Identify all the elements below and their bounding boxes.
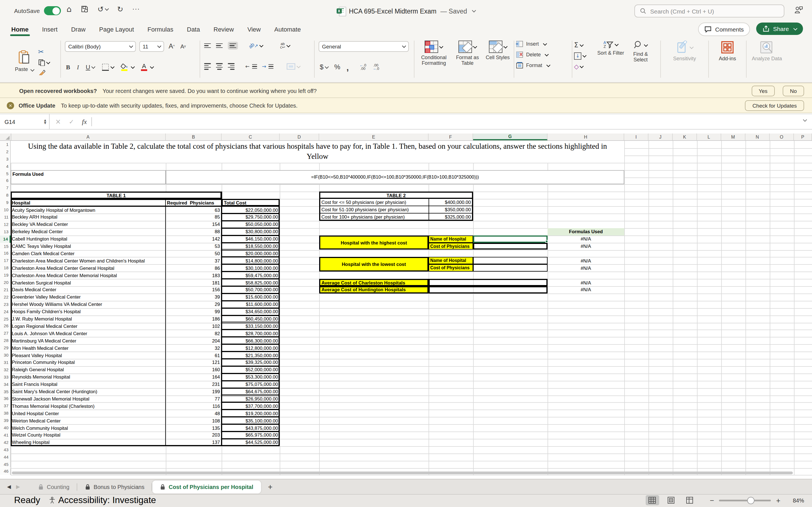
decrease-decimal-button[interactable]: ←.0.00	[359, 63, 366, 71]
dismiss-icon[interactable]: ×	[7, 102, 14, 109]
table1-hospital-cell[interactable]: J.W. Ruby Memorial Hospital	[11, 315, 166, 323]
search-input[interactable]: Search (Cmd + Ctrl + U)	[635, 4, 784, 17]
average-result-1[interactable]: #N/A	[548, 286, 624, 293]
table1-cost-cell[interactable]: $39,325,000.00	[221, 359, 280, 366]
select-all-corner[interactable]	[0, 133, 11, 140]
table1-cost-cell[interactable]: $19,200,000.00	[221, 410, 280, 417]
normal-view-button[interactable]	[646, 495, 659, 505]
column-header-O[interactable]: O	[770, 133, 794, 140]
table1-hospital-cell[interactable]: Greenbrier Valley Medical Center	[11, 293, 166, 301]
table1-cost-cell[interactable]: $43,875,000.00	[221, 424, 280, 432]
table2-label-cell[interactable]: Cost for 51-100 physicians (per physicia…	[319, 206, 428, 214]
formula-bar[interactable]	[0, 114, 812, 129]
table1-hospital-cell[interactable]: Princeton Community Hospital	[11, 359, 166, 366]
formula-used-label-cell[interactable]: Formula Used	[11, 170, 166, 184]
formula-used-cell[interactable]: =IF(B10<=50,B10*400000,IF(B10<=100,B10*3…	[166, 170, 624, 184]
table1-physicians-cell[interactable]: 231	[166, 381, 221, 388]
table1-cost-cell[interactable]: $60,450,000.00	[221, 315, 280, 323]
fill-color-button[interactable]	[121, 63, 128, 71]
table1-hospital-cell[interactable]: Raleigh General Hospital	[11, 366, 166, 374]
table1-hospital-cell[interactable]: Wetzel County Hospital	[11, 432, 166, 439]
table1-cost-cell[interactable]: $33,150,000.00	[221, 323, 280, 330]
column-header-G[interactable]: G	[473, 133, 548, 140]
zoom-slider[interactable]	[719, 499, 771, 501]
row-header-17[interactable]: 17	[0, 257, 11, 265]
row-header-38[interactable]: 38	[0, 410, 11, 417]
table1-physicians-cell[interactable]: 29	[166, 301, 221, 308]
column-header-J[interactable]: J	[649, 133, 673, 140]
table1-cost-cell[interactable]: $52,000,000.00	[221, 366, 280, 374]
autosum-button[interactable]: Σ	[574, 41, 596, 49]
horizontal-scrollbar[interactable]	[12, 471, 793, 474]
add-ins-button[interactable]: Add-ins	[711, 36, 744, 82]
increase-indent-icon[interactable]: →	[262, 64, 273, 69]
table1-cost-cell[interactable]: $30,100,000.00	[221, 265, 280, 272]
align-right-icon[interactable]	[228, 63, 235, 69]
table1-hospital-cell[interactable]: Acuity Specialty Hospital of Morgantown	[11, 206, 166, 214]
increase-font-icon[interactable]: A^	[168, 41, 175, 51]
row-header-1[interactable]: 1	[0, 141, 11, 148]
row-header-21[interactable]: 21	[0, 286, 11, 293]
column-header-E[interactable]: E	[319, 133, 428, 140]
average-result-0[interactable]: #N/A	[548, 279, 624, 286]
ribbon-tab-insert[interactable]: Insert	[35, 22, 64, 36]
decrease-font-icon[interactable]: Av	[181, 41, 186, 51]
lowest-cost-result[interactable]: #N/A	[548, 265, 624, 272]
table1-cost-cell[interactable]: $46,150,000.00	[221, 235, 280, 242]
column-header-D[interactable]: D	[280, 133, 319, 140]
table1-hospital-cell[interactable]: Beckley ARH Hospital	[11, 214, 166, 221]
ribbon-tab-view[interactable]: View	[241, 22, 267, 36]
table1-cost-cell[interactable]: $29,750,000.00	[221, 214, 280, 221]
highest-name-result[interactable]: #N/A	[548, 235, 624, 242]
format-as-table-button[interactable]: Format as Table	[453, 36, 482, 66]
table1-cost-cell[interactable]: $20,000,000.00	[221, 250, 280, 257]
row-header-35[interactable]: 35	[0, 388, 11, 395]
align-bottom-icon-active[interactable]	[228, 42, 238, 50]
comments-button[interactable]: Comments	[698, 22, 750, 36]
row-header-36[interactable]: 36	[0, 395, 11, 402]
column-header-B[interactable]: B	[166, 133, 221, 140]
italic-button[interactable]: I	[77, 62, 79, 72]
table1-physicians-cell[interactable]: 156	[166, 286, 221, 293]
cell-styles-button[interactable]: Cell Styles	[485, 36, 511, 61]
align-left-icon[interactable]	[204, 63, 211, 69]
table1-cost-cell[interactable]: $28,700,000.00	[221, 330, 280, 337]
row-header-3[interactable]: 3	[0, 156, 11, 163]
column-header-H[interactable]: H	[548, 133, 624, 140]
table1-hospital-cell[interactable]: Reynolds Memorial Hospital	[11, 374, 166, 381]
ribbon-tab-draw[interactable]: Draw	[64, 22, 92, 36]
align-middle-icon[interactable]	[216, 43, 223, 48]
insert-cells-button[interactable]: Insert	[516, 41, 570, 47]
add-sheet-button[interactable]: +	[261, 482, 279, 491]
table1-cost-cell[interactable]: $50,050,000.00	[221, 221, 280, 228]
column-header-N[interactable]: N	[746, 133, 770, 140]
table1-physicians-cell[interactable]: 116	[166, 402, 221, 410]
row-header-31[interactable]: 31	[0, 359, 11, 366]
row-header-30[interactable]: 30	[0, 351, 11, 359]
table1-physicians-cell[interactable]: 160	[166, 366, 221, 374]
row-header-43[interactable]: 43	[0, 446, 11, 453]
row-header-5[interactable]: 5	[0, 170, 11, 177]
row-header-6[interactable]: 6	[0, 177, 11, 184]
table1-cost-cell[interactable]: $21,350,000.00	[221, 351, 280, 359]
table1-cost-cell[interactable]: $37,700,000.00	[221, 402, 280, 410]
copy-icon[interactable]	[38, 59, 49, 66]
merge-center-button[interactable]	[287, 63, 300, 70]
no-button[interactable]: No	[783, 86, 804, 96]
share-dropdown-icon[interactable]	[794, 26, 797, 30]
table2-value-cell[interactable]: $400,000.00	[428, 199, 473, 206]
row-header-18[interactable]: 18	[0, 265, 11, 272]
prev-sheet-icon[interactable]: ◀	[4, 484, 13, 490]
ribbon-tab-data[interactable]: Data	[180, 22, 207, 36]
column-header-M[interactable]: M	[721, 133, 746, 140]
table1-physicians-cell[interactable]: 99	[166, 308, 221, 315]
paste-dropdown-icon[interactable]	[30, 67, 34, 71]
table1-hospital-cell[interactable]: Logan Regional Medical Center	[11, 323, 166, 330]
comma-format-button[interactable]: ,	[347, 62, 349, 72]
table1-hospital-cell[interactable]: Mon Health Medical Center	[11, 344, 166, 351]
row-header-44[interactable]: 44	[0, 453, 11, 460]
table1-cost-cell[interactable]: $14,800,000.00	[221, 257, 280, 265]
zoom-out-button[interactable]: −	[710, 496, 714, 504]
row-header-23[interactable]: 23	[0, 301, 11, 308]
yes-button[interactable]: Yes	[751, 86, 775, 96]
